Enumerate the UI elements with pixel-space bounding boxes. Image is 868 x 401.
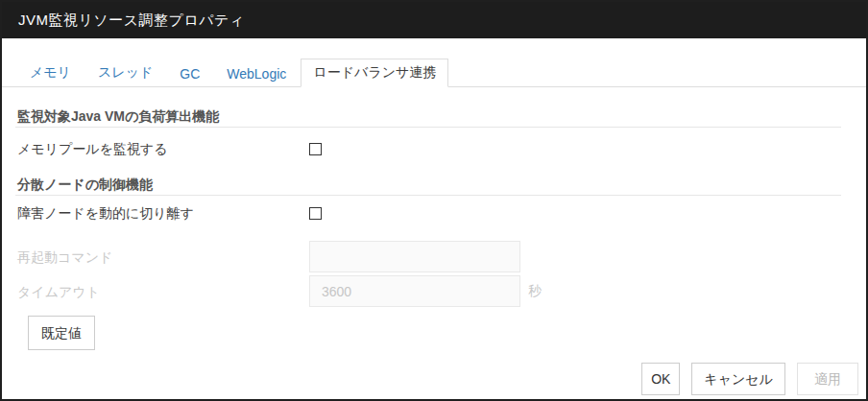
row-disconnect-failure-node: 障害ノードを動的に切り離す <box>17 203 866 223</box>
tab-weblogic[interactable]: WebLogic <box>214 60 299 87</box>
monitor-memory-pool-checkbox[interactable] <box>309 143 322 155</box>
disconnect-failure-node-checkbox[interactable] <box>309 207 322 220</box>
row-timeout: タイムアウト 秒 <box>17 275 866 307</box>
row-monitor-memory-pool: メモリプールを監視する <box>17 139 866 158</box>
tab-gc[interactable]: GC <box>167 60 212 87</box>
timeout-label: タイムアウト <box>17 282 309 301</box>
section-load-calculation-title: 監視対象Java VMの負荷算出機能 <box>15 106 841 128</box>
dialog-footer: OK キャンセル 適用 <box>2 363 866 395</box>
row-restart-command: 再起動コマンド <box>17 241 866 272</box>
timeout-input[interactable] <box>309 275 520 307</box>
ok-button[interactable]: OK <box>641 363 680 395</box>
cancel-button[interactable]: キャンセル <box>691 363 785 395</box>
tab-bar: メモリ スレッド GC WebLogic ロードバランサ連携 <box>2 58 866 87</box>
tab-memory[interactable]: メモリ <box>17 59 84 87</box>
default-value-button[interactable]: 既定値 <box>28 316 95 350</box>
tab-load-balancer-linkage[interactable]: ロードバランサ連携 <box>301 59 448 87</box>
restart-command-input[interactable] <box>309 241 520 272</box>
apply-button[interactable]: 適用 <box>797 363 858 395</box>
monitor-memory-pool-label: メモリプールを監視する <box>17 139 309 158</box>
jvm-monitor-resource-properties-dialog: JVM監視リソース調整プロパティ メモリ スレッド GC WebLogic ロー… <box>0 0 868 401</box>
tab-thread[interactable]: スレッド <box>85 59 165 87</box>
section-node-control-title: 分散ノードの制御機能 <box>15 175 841 196</box>
disconnect-failure-node-label: 障害ノードを動的に切り離す <box>17 203 309 223</box>
dialog-titlebar: JVM監視リソース調整プロパティ <box>2 2 866 38</box>
timeout-unit-label: 秒 <box>528 283 542 300</box>
restart-command-label: 再起動コマンド <box>17 248 309 267</box>
dialog-title: JVM監視リソース調整プロパティ <box>18 12 245 30</box>
